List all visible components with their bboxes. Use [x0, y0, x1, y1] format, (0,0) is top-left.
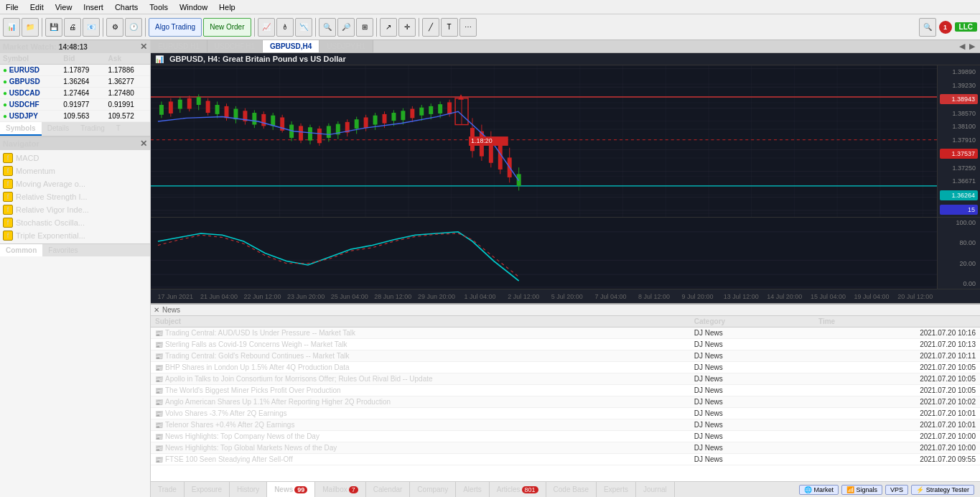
fit-button[interactable]: ⊞: [356, 18, 373, 37]
news-row[interactable]: 📰News Highlights: Top Company News of th…: [151, 431, 980, 442]
news-row[interactable]: 📰Sterling Falls as Covid-19 Concerns Wei…: [151, 339, 980, 350]
menu-help[interactable]: Help: [213, 1, 241, 13]
chart-nav-buttons: ◀ ▶: [954, 42, 980, 51]
history-button[interactable]: 🕐: [125, 18, 142, 37]
more-tools-button[interactable]: ⋯: [459, 18, 477, 37]
bottom-tab-company[interactable]: Company: [410, 482, 456, 497]
chart-tab[interactable]: USDCHF,H1: [207, 40, 263, 52]
quote-dot: ●: [3, 78, 7, 85]
save-button[interactable]: 💾: [45, 18, 62, 37]
signals-btn[interactable]: 📶 Signals: [841, 485, 882, 495]
bottom-tab-trade[interactable]: Trade: [151, 482, 185, 497]
algo-trading-button[interactable]: Algo Trading: [149, 18, 202, 37]
news-row[interactable]: 📰News Highlights: Top Global Markets New…: [151, 442, 980, 454]
bottom-tab-exposure[interactable]: Exposure: [185, 482, 230, 497]
market-watch-row[interactable]: ● GBPUSD 1.36264 1.36277: [0, 76, 150, 88]
navigator-item[interactable]: fRelative Vigor Inde...: [0, 203, 150, 216]
market-watch-close[interactable]: ✕: [140, 42, 147, 52]
news-row[interactable]: 📰BHP Shares in London Up 1.5% After 4Q P…: [151, 362, 980, 373]
line-button[interactable]: 📉: [295, 18, 312, 37]
news-close[interactable]: ✕: [154, 306, 159, 314]
news-row[interactable]: 📰The World's Biggest Miner Picks Profit …: [151, 385, 980, 396]
navigator-item[interactable]: fRelative Strength I...: [0, 190, 150, 203]
navigator-item[interactable]: fMoving Average o...: [0, 177, 150, 190]
zoom-in-button[interactable]: 🔍: [319, 18, 336, 37]
menu-window[interactable]: Window: [174, 1, 213, 13]
chart-tab[interactable]: EURUSD,H1: [151, 40, 207, 52]
menu-file[interactable]: File: [0, 1, 24, 13]
col-bid: Bid: [60, 53, 105, 65]
zoom-out-button[interactable]: 🔎: [337, 18, 355, 37]
market-watch-time: 14:48:13: [59, 43, 88, 51]
menu-edit[interactable]: Edit: [24, 1, 50, 13]
print-button[interactable]: 🖨: [64, 18, 81, 37]
bottom-tab-mailbox[interactable]: Mailbox7: [315, 482, 365, 497]
arrow-button[interactable]: ↗: [380, 18, 397, 37]
tab-details[interactable]: Details: [42, 122, 75, 136]
search-button[interactable]: 🔍: [919, 18, 936, 37]
bottom-tab-alerts[interactable]: Alerts: [456, 482, 490, 497]
menu-tools[interactable]: Tools: [144, 1, 174, 13]
new-order-button[interactable]: New Order: [203, 18, 251, 37]
svg-rect-28: [225, 106, 229, 119]
news-time: 2021.07.20 10:01: [814, 408, 980, 419]
text-button[interactable]: T: [441, 18, 458, 37]
strategy-tester-btn[interactable]: ⚡ Strategy Tester: [911, 485, 974, 495]
settings-button[interactable]: ⚙: [106, 18, 123, 37]
separator-5: [315, 18, 316, 37]
chart-tab[interactable]: GBPUSD,H4: [263, 40, 319, 52]
email-button[interactable]: 📧: [83, 18, 100, 37]
indicator-name: Relative Vigor Inde...: [16, 205, 89, 214]
news-row[interactable]: 📰Trading Central: AUD/USD Is Under Press…: [151, 328, 980, 339]
svg-rect-70: [419, 108, 424, 116]
bar-chart-button[interactable]: 📈: [258, 18, 275, 37]
market-watch-row[interactable]: ● USDCHF 0.91977 0.91991: [0, 99, 150, 111]
bottom-tab-news[interactable]: News99: [267, 482, 315, 497]
news-row[interactable]: 📰Telenor Shares +0.4% After 2Q Earnings …: [151, 419, 980, 431]
news-category: DJ News: [690, 373, 814, 385]
tab-favorites[interactable]: Favorites: [42, 244, 83, 256]
menu-charts[interactable]: Charts: [109, 1, 144, 13]
vps-btn[interactable]: VPS: [885, 485, 908, 495]
bottom-tab-journal[interactable]: Journal: [636, 482, 675, 497]
news-row[interactable]: 📰Volvo Shares -3.7% After 2Q Earnings DJ…: [151, 408, 980, 419]
bottom-tab-articles[interactable]: Articles801: [490, 482, 546, 497]
bottom-tab-experts[interactable]: Experts: [597, 482, 636, 497]
bottom-tab-history[interactable]: History: [230, 482, 267, 497]
market-watch-row[interactable]: ● USDJPY 109.563 109.572: [0, 111, 150, 122]
market-watch-row[interactable]: ● EURUSD 1.17879 1.17886: [0, 65, 150, 76]
navigator-close[interactable]: ✕: [140, 139, 147, 149]
menu-view[interactable]: View: [50, 1, 78, 13]
chart-next-button[interactable]: ▶: [967, 42, 977, 51]
navigator-item[interactable]: fMomentum: [0, 164, 150, 177]
chart-tab[interactable]: USDJPY,H1: [319, 40, 373, 52]
news-category: DJ News: [690, 350, 814, 362]
navigator-item[interactable]: fStochastic Oscilla...: [0, 216, 150, 229]
price-6: 1.37910: [939, 135, 979, 145]
navigator-item[interactable]: fMACD: [0, 152, 150, 164]
open-button[interactable]: 📁: [22, 18, 39, 37]
tab-trading[interactable]: Trading: [75, 122, 111, 136]
market-watch-row[interactable]: ● USDCAD 1.27464 1.27480: [0, 88, 150, 99]
tab-symbols[interactable]: Symbols: [0, 122, 42, 136]
market-btn[interactable]: 🌐 Market: [799, 485, 839, 495]
line-tool-button[interactable]: ╱: [422, 18, 439, 37]
quote-ask: 1.36277: [106, 76, 150, 88]
tab-t[interactable]: T: [111, 122, 126, 136]
bottom-tab-calendar[interactable]: Calendar: [366, 482, 411, 497]
main-chart[interactable]: 1.18:20 1.39890 1.39230 1.38943 1.38570 …: [151, 65, 980, 217]
news-row[interactable]: 📰Trading Central: Gold's Rebound Continu…: [151, 350, 980, 362]
news-row[interactable]: 📰Anglo American Shares Up 1.1% After Rep…: [151, 396, 980, 408]
svg-rect-44: [299, 126, 303, 140]
candle-button[interactable]: 🕯: [276, 18, 294, 37]
tab-common[interactable]: Common: [0, 244, 42, 256]
menu-insert[interactable]: Insert: [78, 1, 109, 13]
news-row[interactable]: 📰FTSE 100 Seen Steadying After Sell-Off …: [151, 454, 980, 465]
news-subject: Telenor Shares +0.4% After 2Q Earnings: [165, 421, 294, 429]
navigator-item[interactable]: fTriple Exponential...: [0, 229, 150, 242]
bottom-tab-code base[interactable]: Code Base: [546, 482, 597, 497]
new-chart-button[interactable]: 📊: [3, 18, 20, 37]
chart-prev-button[interactable]: ◀: [957, 42, 967, 51]
news-row[interactable]: 📰Apollo in Talks to Join Consortium for …: [151, 373, 980, 385]
crosshair-button[interactable]: ✛: [398, 18, 416, 37]
